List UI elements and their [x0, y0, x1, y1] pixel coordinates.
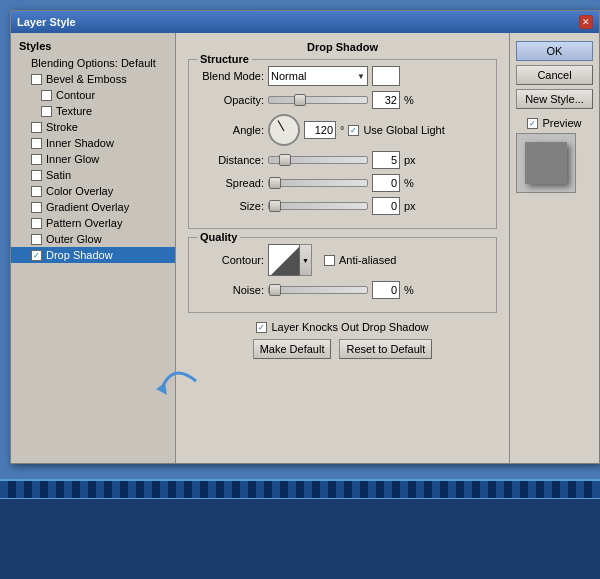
drop-shadow-label: Drop Shadow — [46, 249, 113, 261]
sidebar-item-pattern-overlay[interactable]: Pattern Overlay — [11, 215, 175, 231]
size-input[interactable] — [372, 197, 400, 215]
angle-line — [278, 120, 285, 131]
preview-inner-box — [525, 142, 567, 184]
sidebar-item-satin[interactable]: Satin — [11, 167, 175, 183]
right-panel: OK Cancel New Style... Preview — [509, 33, 599, 463]
anti-aliased-checkbox[interactable] — [324, 255, 335, 266]
sidebar-item-outer-glow[interactable]: Outer Glow — [11, 231, 175, 247]
contour-checkbox[interactable] — [41, 90, 52, 101]
structure-label: Structure — [197, 53, 252, 65]
pattern-overlay-checkbox[interactable] — [31, 218, 42, 229]
angle-degree: ° — [340, 124, 344, 136]
noise-slider[interactable] — [268, 286, 368, 294]
preview-checkbox[interactable] — [527, 118, 538, 129]
bevel-emboss-checkbox[interactable] — [31, 74, 42, 85]
distance-slider[interactable] — [268, 156, 368, 164]
spread-row: Spread: % — [199, 174, 486, 192]
layer-style-dialog: Layer Style ✕ Styles Blending Options: D… — [10, 10, 600, 464]
texture-checkbox[interactable] — [41, 106, 52, 117]
opacity-slider[interactable] — [268, 96, 368, 104]
sidebar-item-color-overlay[interactable]: Color Overlay — [11, 183, 175, 199]
noise-input[interactable] — [372, 281, 400, 299]
angle-input[interactable] — [304, 121, 336, 139]
layer-knocks-checkbox[interactable] — [256, 322, 267, 333]
opacity-label: Opacity: — [199, 94, 264, 106]
contour-label: Contour — [56, 89, 95, 101]
distance-row: Distance: px — [199, 151, 486, 169]
spread-thumb[interactable] — [269, 177, 281, 189]
size-slider[interactable] — [268, 202, 368, 210]
sidebar-item-bevel-emboss[interactable]: Bevel & Emboss — [11, 71, 175, 87]
size-label: Size: — [199, 200, 264, 212]
distance-input[interactable] — [372, 151, 400, 169]
spread-slider[interactable] — [268, 179, 368, 187]
noise-row: Noise: % — [199, 281, 486, 299]
section-drop-shadow-title: Drop Shadow — [188, 41, 497, 53]
size-row: Size: px — [199, 197, 486, 215]
drop-shadow-checkbox[interactable] — [31, 250, 42, 261]
new-style-button[interactable]: New Style... — [516, 89, 593, 109]
pattern-overlay-label: Pattern Overlay — [46, 217, 122, 229]
distance-unit: px — [404, 154, 420, 166]
global-light-row[interactable]: Use Global Light — [348, 124, 444, 136]
preview-checkbox-row[interactable]: Preview — [516, 117, 593, 129]
spread-unit: % — [404, 177, 420, 189]
inner-glow-label: Inner Glow — [46, 153, 99, 165]
opacity-input[interactable] — [372, 91, 400, 109]
satin-checkbox[interactable] — [31, 170, 42, 181]
sidebar-item-inner-shadow[interactable]: Inner Shadow — [11, 135, 175, 151]
contour-preview[interactable] — [268, 244, 300, 276]
blend-mode-arrow: ▼ — [357, 72, 365, 81]
distance-label: Distance: — [199, 154, 264, 166]
blending-options-label: Blending Options: Default — [31, 57, 156, 69]
sidebar-item-stroke[interactable]: Stroke — [11, 119, 175, 135]
sidebar-item-drop-shadow[interactable]: Drop Shadow — [11, 247, 175, 263]
noise-thumb[interactable] — [269, 284, 281, 296]
close-button[interactable]: ✕ — [579, 15, 593, 29]
inner-shadow-label: Inner Shadow — [46, 137, 114, 149]
preview-label: Preview — [542, 117, 581, 129]
sidebar-item-gradient-overlay[interactable]: Gradient Overlay — [11, 199, 175, 215]
stroke-label: Stroke — [46, 121, 78, 133]
cancel-button[interactable]: Cancel — [516, 65, 593, 85]
spread-label: Spread: — [199, 177, 264, 189]
contour-label: Contour: — [199, 254, 264, 266]
preview-box — [516, 133, 576, 193]
spread-input[interactable] — [372, 174, 400, 192]
blend-mode-color-swatch[interactable] — [372, 66, 400, 86]
layer-knocks-label-row[interactable]: Layer Knocks Out Drop Shadow — [256, 321, 428, 333]
sidebar-item-contour[interactable]: Contour — [11, 87, 175, 103]
blend-mode-label: Blend Mode: — [199, 70, 264, 82]
ok-button[interactable]: OK — [516, 41, 593, 61]
blend-mode-select[interactable]: Normal ▼ — [268, 66, 368, 86]
stroke-checkbox[interactable] — [31, 122, 42, 133]
make-default-button[interactable]: Make Default — [253, 339, 332, 359]
anti-aliased-row[interactable]: Anti-aliased — [324, 254, 396, 266]
distance-thumb[interactable] — [279, 154, 291, 166]
bevel-emboss-label: Bevel & Emboss — [46, 73, 127, 85]
color-overlay-checkbox[interactable] — [31, 186, 42, 197]
reset-default-button[interactable]: Reset to Default — [339, 339, 432, 359]
layer-knocks-label: Layer Knocks Out Drop Shadow — [271, 321, 428, 333]
quality-section: Quality Contour: ▼ Anti-alia — [188, 237, 497, 313]
sidebar-item-blending[interactable]: Blending Options: Default — [11, 55, 175, 71]
inner-shadow-checkbox[interactable] — [31, 138, 42, 149]
opacity-thumb[interactable] — [294, 94, 306, 106]
opacity-row: Opacity: % — [199, 91, 486, 109]
global-light-checkbox[interactable] — [348, 125, 359, 136]
contour-selector[interactable]: ▼ — [268, 244, 312, 276]
blend-mode-value: Normal — [271, 70, 306, 82]
size-thumb[interactable] — [269, 200, 281, 212]
outer-glow-label: Outer Glow — [46, 233, 102, 245]
outer-glow-checkbox[interactable] — [31, 234, 42, 245]
sidebar-item-inner-glow[interactable]: Inner Glow — [11, 151, 175, 167]
title-bar: Layer Style ✕ — [11, 11, 599, 33]
gradient-overlay-checkbox[interactable] — [31, 202, 42, 213]
contour-row: Contour: ▼ Anti-aliased — [199, 244, 486, 276]
layer-knocks-row: Layer Knocks Out Drop Shadow — [188, 321, 497, 333]
sidebar-item-texture[interactable]: Texture — [11, 103, 175, 119]
angle-dial[interactable] — [268, 114, 300, 146]
contour-dropdown-arrow[interactable]: ▼ — [300, 244, 312, 276]
texture-label: Texture — [56, 105, 92, 117]
inner-glow-checkbox[interactable] — [31, 154, 42, 165]
